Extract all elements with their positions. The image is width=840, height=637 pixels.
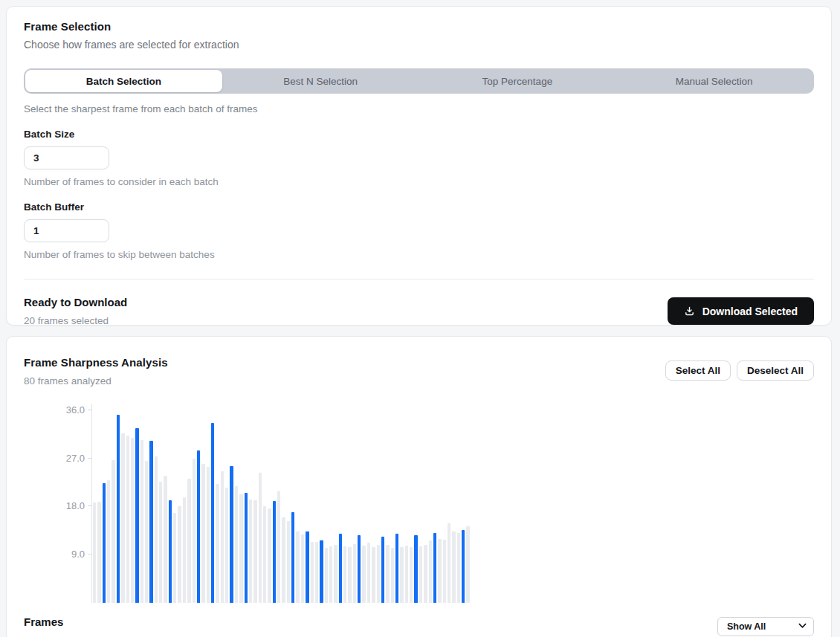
- frame-bar-selected[interactable]: [358, 535, 361, 603]
- batch-size-help: Number of frames to consider in each bat…: [24, 176, 814, 187]
- frame-bar[interactable]: [325, 548, 328, 603]
- frame-bar-selected[interactable]: [414, 535, 417, 603]
- y-axis: [91, 404, 92, 603]
- frame-bar[interactable]: [263, 506, 266, 603]
- frame-bar-selected[interactable]: [135, 428, 138, 603]
- frame-bar[interactable]: [239, 494, 242, 603]
- frame-bar[interactable]: [187, 479, 190, 603]
- frame-bar[interactable]: [296, 531, 299, 603]
- frame-bar[interactable]: [457, 533, 460, 603]
- frame-bar-selected[interactable]: [433, 533, 436, 603]
- frame-bar-selected[interactable]: [245, 493, 248, 603]
- frame-bar[interactable]: [216, 484, 219, 603]
- frame-bar-selected[interactable]: [211, 423, 214, 603]
- frame-bar[interactable]: [311, 542, 314, 603]
- frame-bar-selected[interactable]: [117, 415, 120, 603]
- frame-bar[interactable]: [225, 488, 228, 603]
- frame-bar[interactable]: [405, 546, 408, 603]
- frame-bar-selected[interactable]: [339, 534, 342, 603]
- frame-bar[interactable]: [301, 534, 304, 603]
- frame-bar[interactable]: [400, 547, 403, 603]
- tab-best-n-selection[interactable]: Best N Selection: [222, 70, 419, 92]
- frame-bar-selected[interactable]: [230, 466, 233, 603]
- frame-bar[interactable]: [159, 482, 162, 603]
- frame-bar-selected[interactable]: [306, 531, 308, 603]
- frame-bar[interactable]: [410, 547, 413, 603]
- frame-bar[interactable]: [145, 461, 148, 603]
- frame-bar[interactable]: [343, 546, 346, 603]
- frame-bar[interactable]: [97, 502, 100, 603]
- frame-bar[interactable]: [419, 546, 422, 603]
- frame-bar[interactable]: [183, 497, 186, 603]
- frame-bar[interactable]: [372, 547, 375, 603]
- frame-bar[interactable]: [315, 542, 318, 603]
- frame-bar[interactable]: [201, 464, 204, 603]
- frame-bar[interactable]: [140, 440, 143, 603]
- frame-bar[interactable]: [259, 473, 262, 603]
- frame-bar[interactable]: [253, 500, 256, 603]
- frame-bar-selected[interactable]: [381, 537, 384, 603]
- frame-bar[interactable]: [207, 467, 210, 603]
- frame-bar[interactable]: [334, 545, 337, 603]
- frame-bar[interactable]: [424, 545, 427, 603]
- frame-bar[interactable]: [362, 546, 365, 603]
- frame-bar[interactable]: [448, 523, 450, 603]
- tab-description: Select the sharpest frame from each batc…: [24, 103, 814, 114]
- frame-bar-selected[interactable]: [197, 450, 200, 603]
- frame-bar[interactable]: [329, 546, 332, 603]
- frame-bar-selected[interactable]: [103, 483, 106, 603]
- frame-bar[interactable]: [438, 539, 441, 603]
- sharpness-chart: 9.018.027.036.0: [24, 404, 814, 603]
- frame-bar-selected[interactable]: [462, 530, 465, 603]
- frame-bar[interactable]: [348, 547, 351, 603]
- frame-bar[interactable]: [466, 526, 469, 603]
- batch-buffer-label: Batch Buffer: [24, 201, 84, 213]
- frame-selection-card: Frame Selection Choose how frames are se…: [6, 6, 832, 326]
- frame-bar-selected[interactable]: [320, 540, 323, 603]
- frame-bar[interactable]: [155, 456, 158, 603]
- frame-bar[interactable]: [249, 499, 252, 603]
- frame-bar[interactable]: [367, 543, 370, 603]
- frame-bar[interactable]: [178, 506, 181, 603]
- frames-filter-select[interactable]: Show All: [717, 617, 814, 636]
- frame-bar[interactable]: [277, 491, 280, 603]
- frame-bar[interactable]: [221, 471, 224, 603]
- batch-buffer-input[interactable]: [24, 219, 109, 242]
- frame-bar-selected[interactable]: [273, 501, 276, 603]
- frame-selection-title: Frame Selection: [24, 20, 814, 33]
- frame-bar[interactable]: [429, 540, 432, 603]
- deselect-all-button[interactable]: Deselect All: [737, 360, 814, 381]
- download-button-label: Download Selected: [702, 305, 798, 317]
- frame-bar[interactable]: [386, 545, 389, 603]
- frame-bar[interactable]: [193, 459, 196, 603]
- frame-bar[interactable]: [164, 476, 167, 603]
- frame-bar[interactable]: [391, 548, 394, 603]
- frame-bar-selected[interactable]: [149, 441, 152, 603]
- tab-top-percentage[interactable]: Top Percentage: [419, 70, 616, 92]
- frame-bar[interactable]: [268, 508, 271, 603]
- y-tick-label: 27.0: [33, 453, 85, 464]
- batch-buffer-field: Batch Buffer Number of frames to skip be…: [24, 200, 814, 260]
- frame-bar[interactable]: [112, 460, 114, 603]
- frame-bar[interactable]: [377, 545, 380, 603]
- frame-bar[interactable]: [282, 517, 285, 603]
- tab-manual-selection[interactable]: Manual Selection: [616, 70, 812, 92]
- frame-bar-selected[interactable]: [291, 512, 294, 603]
- frame-bar-selected[interactable]: [395, 534, 398, 603]
- frame-bar[interactable]: [107, 480, 110, 603]
- frame-bar[interactable]: [443, 540, 446, 603]
- frame-bar[interactable]: [287, 521, 290, 603]
- frame-bar[interactable]: [235, 486, 238, 603]
- frame-bar-selected[interactable]: [169, 500, 172, 603]
- frame-bar[interactable]: [131, 438, 134, 603]
- frame-bar[interactable]: [126, 436, 129, 603]
- frame-bar[interactable]: [452, 531, 455, 603]
- tab-batch-selection[interactable]: Batch Selection: [25, 70, 222, 92]
- download-selected-button[interactable]: Download Selected: [668, 297, 814, 325]
- frame-bar[interactable]: [173, 513, 176, 603]
- batch-size-input[interactable]: [24, 146, 109, 169]
- frame-bar[interactable]: [93, 502, 96, 603]
- select-all-button[interactable]: Select All: [665, 360, 731, 381]
- frame-bar[interactable]: [121, 433, 124, 603]
- frame-bar[interactable]: [353, 544, 356, 603]
